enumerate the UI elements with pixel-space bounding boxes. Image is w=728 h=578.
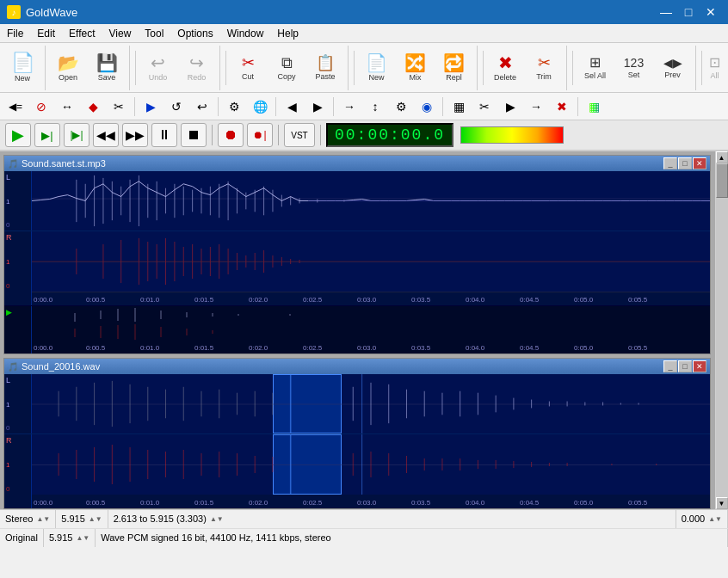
svg-text:0:03.5: 0:03.5 [411,344,431,352]
scroll-track[interactable] [716,163,728,497]
play-selection-button[interactable]: ▶| [34,123,60,147]
status-position-arrow[interactable]: ▲▼ [708,515,722,523]
close-button[interactable]: ✕ [700,3,721,21]
tb2-settings[interactable]: ⚙ [222,95,246,118]
scroll-down[interactable]: ▼ [716,497,728,509]
rewind-button[interactable]: ◀◀ [93,123,119,147]
scroll-thumb[interactable] [716,163,728,198]
vst-button[interactable]: VST [284,123,315,147]
minimize-button[interactable]: — [656,3,676,21]
status-original-arrow[interactable]: ▲▼ [76,534,89,542]
svg-text:0:00.5: 0:00.5 [86,344,106,352]
tb2-marker[interactable]: ◆ [81,95,105,118]
status-length-arrow[interactable]: ▲▼ [89,515,102,523]
new2-button[interactable]: 📄 New [358,46,396,90]
set-button[interactable]: 123 Set [615,46,653,90]
new-button[interactable]: 📄 New [3,46,41,90]
tb2-expand[interactable]: ↔ [55,95,79,118]
tb2-cut3[interactable]: ✂ [472,95,497,118]
toolbar-delete-group: ✖ Delete ✂ Trim [486,46,567,90]
wave-minimize-1[interactable]: _ [663,157,677,169]
wave-maximize-1[interactable]: □ [678,157,692,169]
vertical-scrollbar[interactable]: ▲ ▼ [714,151,728,509]
tb2-circle2[interactable]: ◉ [415,95,439,118]
selall-button[interactable]: ⊞ Sel All [577,46,614,90]
tb2-cut2[interactable]: ✂ [107,95,131,118]
wave-canvas-R-2[interactable] [32,434,710,495]
all-button[interactable]: ⊡ All [705,46,725,90]
waveform-L-1 [32,171,710,231]
overview-canvas-1[interactable]: 0:00.0 0:00.5 0:01.0 0:01.5 0:02.0 0:02.… [32,306,710,354]
mix-button[interactable]: 🔀 Mix [397,46,435,90]
play-end-button[interactable]: |▶| [64,123,89,147]
redo-icon: ↪ [189,54,204,71]
record-sel-button[interactable]: ⏺| [247,123,273,147]
tb2-arrow-right[interactable]: → [337,95,361,118]
menu-effect[interactable]: Effect [62,26,102,41]
svg-text:0:01.0: 0:01.0 [140,499,160,507]
scroll-up[interactable]: ▲ [716,151,728,163]
tb2-vol-up[interactable]: ◀= [3,95,28,118]
status-selection-arrow[interactable]: ▲▼ [210,515,224,523]
record-button[interactable]: ⏺ [218,123,244,147]
waveform-R-2 [32,434,710,495]
menu-options[interactable]: Options [170,26,219,41]
tb2-prev2[interactable]: ◀ [280,95,304,118]
delete-button[interactable]: ✖ Delete [486,46,524,90]
menu-edit[interactable]: Edit [30,26,62,41]
toolbar-sep3 [354,51,355,85]
tb2-mute[interactable]: ⊘ [29,95,53,118]
status-selection: 2.613 to 5.915 (3.303) ▲▼ [108,510,676,528]
pause-button[interactable]: ⏸ [151,123,177,147]
wave-canvas-R-1[interactable] [32,231,710,292]
wave-minimize-2[interactable]: _ [663,360,677,372]
label-L: L [6,173,29,181]
set-icon: 123 [624,57,644,69]
status-position-value: 0.000 [682,513,706,524]
menu-help[interactable]: Help [270,26,305,41]
wave-maximize-2[interactable]: □ [678,360,692,372]
wave-canvas-L-2[interactable] [32,374,710,434]
redo-button[interactable]: ↪ Redo [178,46,216,90]
tb2-grid[interactable]: ▦ [447,95,471,118]
status-selection-value: 2.613 to 5.915 (3.303) [114,513,207,524]
play-button[interactable]: ▶ [5,123,31,147]
menu-tool[interactable]: Tool [138,26,170,41]
trim-button[interactable]: ✂ Trim [525,46,563,90]
svg-text:0:04.0: 0:04.0 [466,296,485,304]
save-button[interactable]: 💾 Save [88,46,126,90]
replace-button[interactable]: 🔁 Repl [435,46,473,90]
tb2-play-arrow[interactable]: ▶ [139,95,163,118]
wave-titlebar-2: 🎵 Sound_20016.wav _ □ ✕ [4,359,710,374]
tb2-loop[interactable]: ↺ [164,95,188,118]
stop-button[interactable]: ⏹ [181,123,207,147]
tb2-next2[interactable]: ▶ [305,95,330,118]
tb2-cross[interactable]: ✖ [550,95,574,118]
svg-text:0:03.0: 0:03.0 [357,499,377,507]
tb2-stretch[interactable]: ↕ [363,95,387,118]
paste-button[interactable]: 📋 Paste [306,46,344,90]
cut-button[interactable]: ✂ Cut [229,46,267,90]
menu-view[interactable]: View [102,26,139,41]
tb2-rainbow[interactable]: ▦ [582,95,606,118]
tb2-globe[interactable]: 🌐 [248,95,272,118]
wave-close-2[interactable]: ✕ [693,360,706,372]
ffwd-button[interactable]: ▶▶ [122,123,148,147]
maximize-button[interactable]: □ [678,3,699,21]
prev-button[interactable]: ◀▶ Prev [654,46,692,90]
undo-button[interactable]: ↩ Undo [139,46,177,90]
wave-canvas-L-1[interactable] [32,171,710,231]
menu-file[interactable]: File [0,26,30,41]
status-position: 0.000 ▲▼ [676,510,728,528]
status-mode-arrow[interactable]: ▲▼ [36,515,50,523]
tb2-gear2[interactable]: ⚙ [389,95,413,118]
open-button[interactable]: 📂 Open [49,46,87,90]
tb2-back[interactable]: ↩ [190,95,214,118]
wave-close-1[interactable]: ✕ [693,157,706,169]
tb2-play2[interactable]: ▶ [498,95,522,118]
tb2-arrow2[interactable]: → [524,95,548,118]
menu-window[interactable]: Window [220,26,271,41]
copy-button[interactable]: ⧉ Copy [268,46,305,90]
svg-text:0:02.5: 0:02.5 [303,499,323,507]
wave-channel-L-1: L 1 0 [4,171,710,231]
